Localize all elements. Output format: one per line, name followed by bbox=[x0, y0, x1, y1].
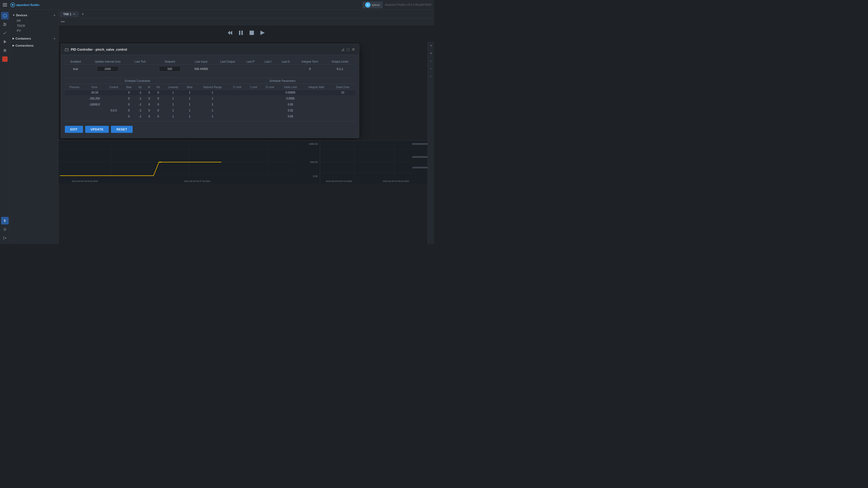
tree-containers-header[interactable]: ▶ Containers + bbox=[11, 35, 57, 42]
svg-rect-22 bbox=[65, 49, 68, 51]
row1-p-limit bbox=[229, 96, 246, 102]
sidebar-sliders-btn[interactable] bbox=[1, 21, 9, 28]
modal-maximize-btn[interactable]: □ bbox=[347, 47, 349, 52]
cell-update-interval[interactable]: 1000 bbox=[87, 65, 129, 73]
th-integral-valid: Integral Valid bbox=[303, 85, 330, 90]
sidebar-chart-btn[interactable] bbox=[1, 29, 9, 37]
svg-rect-20 bbox=[250, 31, 254, 35]
schedule-parameters-label: Schedule Parameters bbox=[210, 79, 355, 84]
row4-d-limit bbox=[261, 113, 279, 120]
sidebar-play-btn[interactable] bbox=[1, 38, 9, 45]
th-dead-zone: Dead Zone bbox=[330, 85, 355, 90]
rewind-btn[interactable] bbox=[227, 30, 233, 37]
x-label-r0: 2023-08-29T18:57:00.000Z bbox=[326, 180, 352, 183]
col-last-output: Last Output bbox=[214, 59, 241, 65]
row4-dead-zone bbox=[330, 113, 355, 120]
rp-add-btn[interactable]: + bbox=[428, 50, 434, 57]
tree-devices-header[interactable]: ▼ Devices + bbox=[11, 12, 57, 19]
tree-item-tdcr[interactable]: TDCR bbox=[11, 23, 57, 28]
th-delta-limit: Delta Limit bbox=[279, 85, 303, 90]
svg-point-8 bbox=[5, 24, 6, 25]
row3-i-limit bbox=[246, 108, 261, 113]
tree-item-pv[interactable]: PV bbox=[11, 28, 57, 33]
row0-beta: 1 bbox=[183, 90, 196, 96]
cell-setpoint[interactable]: 500 bbox=[151, 65, 188, 73]
hamburger-menu[interactable] bbox=[3, 3, 7, 6]
cell-last-output bbox=[214, 65, 241, 73]
row0-dead-zone: 10 bbox=[330, 90, 355, 96]
row1-error: -250,250 bbox=[84, 96, 105, 102]
row3-bias: 0 bbox=[123, 108, 135, 113]
th-ki: Ki bbox=[145, 85, 153, 90]
toolbar-dots[interactable]: ••• bbox=[61, 20, 65, 24]
th-bias: Bias bbox=[123, 85, 135, 90]
row4-ki: 0 bbox=[145, 113, 153, 120]
content-area: TAB 1 ✕ + ••• bbox=[59, 10, 434, 244]
reset-button[interactable]: RESET bbox=[111, 126, 132, 133]
containers-add-btn[interactable]: + bbox=[54, 36, 56, 41]
row0-ki: 0 bbox=[145, 90, 153, 96]
user-menu[interactable]: A admin bbox=[362, 1, 383, 8]
th-kd: Kd bbox=[153, 85, 163, 90]
col-enabled: Enabled bbox=[65, 59, 87, 65]
tab-1[interactable]: TAB 1 ✕ bbox=[60, 11, 79, 17]
x-label-1: 2023-08-29T18:57:30.000Z bbox=[184, 180, 210, 183]
containers-label: Containers bbox=[16, 37, 31, 40]
sidebar-devices-btn[interactable] bbox=[1, 12, 9, 20]
schedule-row-4[interactable]: 0 -1 0 0 1 1 1 0.05 bbox=[65, 113, 355, 120]
connections-chevron: ▶ bbox=[12, 44, 14, 47]
tab-1-close[interactable]: ✕ bbox=[73, 12, 75, 16]
modal-close-btn[interactable]: ✕ bbox=[351, 47, 355, 52]
schedule-row-3[interactable]: 0,0.3 0 -1 0 0 1 1 1 bbox=[65, 108, 355, 113]
tab-bar: TAB 1 ✕ + bbox=[59, 10, 434, 19]
svg-point-1 bbox=[12, 4, 13, 6]
rp-close-btn[interactable]: ✕ bbox=[428, 43, 434, 48]
svg-rect-19 bbox=[241, 31, 243, 35]
tree-connections-header[interactable]: ▶ Connections bbox=[11, 43, 57, 48]
pause-transport-btn[interactable] bbox=[238, 30, 244, 37]
sidebar-pause-btn[interactable] bbox=[1, 46, 9, 54]
chart-left-svg bbox=[59, 140, 320, 184]
sidebar-settings-btn[interactable] bbox=[1, 226, 9, 233]
tree-item-pp[interactable]: PP bbox=[11, 19, 57, 23]
modal-title: PID Controller - pinch_valve_control bbox=[65, 48, 127, 52]
schedule-row-0[interactable]: -50,50 0 -1 0 0 1 1 1 bbox=[65, 90, 355, 96]
schedule-row-2[interactable]: -10000,0 0 -1 0 0 1 1 1 bbox=[65, 102, 355, 108]
th-error: Error bbox=[84, 85, 105, 90]
row2-d-limit bbox=[261, 102, 279, 108]
row1-ki: 0 bbox=[145, 96, 153, 102]
play-transport-btn[interactable] bbox=[259, 30, 266, 37]
row0-d-limit bbox=[261, 90, 279, 96]
row1-i-limit bbox=[246, 96, 261, 102]
row3-delta-limit: 0.02 bbox=[279, 108, 303, 113]
pid-top-row: true 1000 500 506.44958 bbox=[65, 65, 355, 73]
modal-header: PID Controller - pinch_valve_control ⊿ □… bbox=[61, 44, 359, 55]
row2-setpoint-range: 1 bbox=[196, 102, 229, 108]
row3-process bbox=[65, 108, 84, 113]
col-integral-term: Integral Term bbox=[295, 59, 325, 65]
rp-expand-1[interactable]: › bbox=[428, 58, 434, 64]
row3-ki: 0 bbox=[145, 108, 153, 113]
sidebar-stop-btn[interactable] bbox=[1, 55, 9, 63]
svg-marker-17 bbox=[230, 31, 232, 35]
tab-1-label: TAB 1 bbox=[63, 12, 71, 16]
rp-expand-2[interactable]: › bbox=[428, 65, 434, 72]
svg-marker-3 bbox=[3, 14, 6, 18]
schedule-row-1[interactable]: -250,250 0 -1 0 0 1 1 1 bbox=[65, 96, 355, 102]
sidebar-user-btn[interactable]: S bbox=[1, 217, 9, 225]
row1-setpoint-range: 1 bbox=[196, 96, 229, 102]
stop-transport-btn[interactable] bbox=[248, 30, 255, 37]
row1-dead-zone bbox=[330, 96, 355, 102]
logo-svg: aqueduct fluidics bbox=[10, 2, 40, 8]
modal-minimize-btn[interactable]: ⊿ bbox=[341, 47, 344, 52]
edit-button[interactable]: EDIT bbox=[65, 126, 83, 133]
row0-linearity: 1 bbox=[163, 90, 183, 96]
sidebar-logout-btn[interactable] bbox=[1, 234, 9, 242]
tab-add-btn[interactable]: + bbox=[80, 10, 86, 18]
col-last-d: Last D bbox=[276, 59, 295, 65]
logout-icon bbox=[3, 236, 7, 240]
rp-expand-3[interactable]: › bbox=[428, 73, 434, 79]
devices-add-btn[interactable]: + bbox=[54, 13, 56, 18]
modal-controls: ⊿ □ ✕ bbox=[341, 47, 355, 52]
update-button[interactable]: UPDATE bbox=[85, 126, 109, 133]
